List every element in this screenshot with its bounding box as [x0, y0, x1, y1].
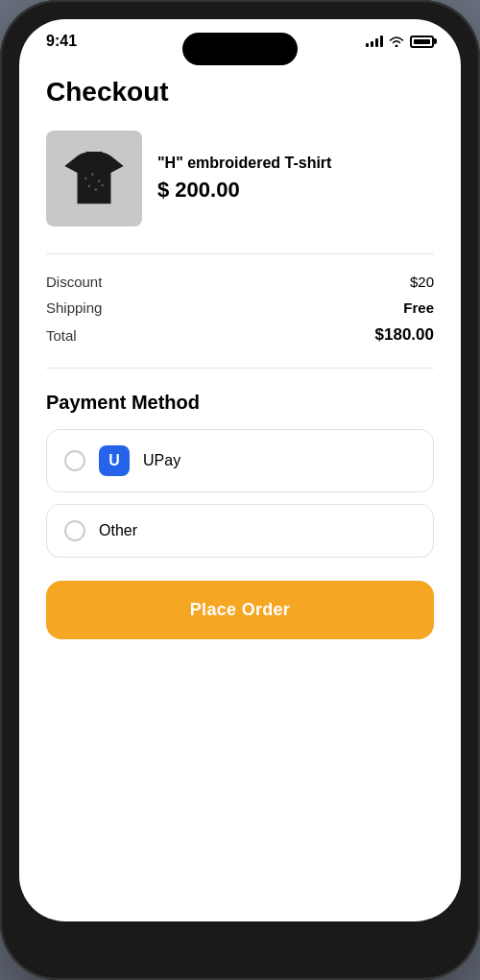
- signal-bars-icon: [366, 36, 383, 47]
- product-image: [46, 131, 142, 227]
- upay-label: UPay: [143, 452, 180, 469]
- tshirt-icon: [60, 145, 128, 212]
- dynamic-island: [182, 33, 298, 65]
- payment-section: Payment Method U UPay Other: [46, 392, 434, 558]
- discount-row: Discount $20: [46, 274, 434, 290]
- total-value: $180.00: [375, 325, 434, 345]
- radio-upay[interactable]: [64, 450, 85, 471]
- discount-label: Discount: [46, 274, 102, 290]
- total-label: Total: [46, 327, 77, 344]
- discount-value: $20: [410, 274, 434, 290]
- shipping-value: Free: [403, 299, 434, 316]
- order-summary: Discount $20 Shipping Free Total $180.00: [46, 253, 434, 345]
- payment-option-other[interactable]: Other: [46, 504, 434, 558]
- radio-other[interactable]: [64, 520, 85, 541]
- phone-screen: 9:41 Checkout: [19, 19, 461, 921]
- svg-point-5: [101, 184, 104, 187]
- payment-title: Payment Method: [46, 392, 434, 414]
- total-row: Total $180.00: [46, 325, 434, 345]
- payment-option-upay[interactable]: U UPay: [46, 429, 434, 492]
- phone-frame: 9:41 Checkout: [0, 0, 480, 980]
- shipping-label: Shipping: [46, 299, 102, 316]
- status-icons: [366, 36, 434, 48]
- upay-logo-text: U: [108, 452, 120, 469]
- product-price: $ 200.00: [157, 178, 331, 203]
- product-name: "H" embroidered T-shirt: [157, 155, 331, 172]
- status-time: 9:41: [46, 33, 77, 50]
- battery-icon: [410, 36, 434, 48]
- product-info: "H" embroidered T-shirt $ 200.00: [157, 155, 331, 203]
- svg-point-3: [87, 185, 90, 188]
- svg-point-1: [91, 173, 94, 176]
- page-title: Checkout: [46, 77, 434, 108]
- svg-point-4: [94, 188, 97, 191]
- svg-point-2: [98, 179, 101, 182]
- shipping-row: Shipping Free: [46, 299, 434, 316]
- product-card: "H" embroidered T-shirt $ 200.00: [46, 131, 434, 227]
- upay-logo: U: [99, 445, 130, 476]
- section-divider: [46, 368, 434, 369]
- wifi-icon: [389, 36, 404, 47]
- main-content: Checkout: [19, 58, 461, 921]
- other-label: Other: [99, 522, 137, 539]
- place-order-button[interactable]: Place Order: [46, 581, 434, 639]
- svg-point-0: [84, 178, 87, 180]
